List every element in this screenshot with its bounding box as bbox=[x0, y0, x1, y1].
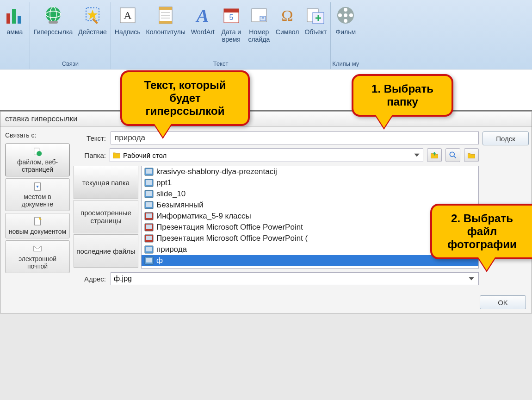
ppt-file-icon bbox=[144, 234, 154, 243]
svg-point-32 bbox=[338, 13, 342, 17]
svg-line-41 bbox=[454, 156, 456, 158]
link-place-button[interactable]: местом в документе bbox=[5, 178, 70, 211]
folder-up-button[interactable] bbox=[427, 148, 442, 162]
callout-choose-file: 2. Выбрать файл фотографии bbox=[430, 204, 532, 259]
image-file-icon bbox=[144, 256, 154, 265]
chevron-down-icon bbox=[467, 275, 476, 283]
ribbon-action-button[interactable]: Действие bbox=[75, 2, 110, 58]
link-email-button[interactable]: электронной почтой bbox=[5, 240, 70, 273]
text-label: Текст: bbox=[74, 134, 106, 142]
folder-icon bbox=[112, 150, 121, 160]
svg-rect-53 bbox=[146, 225, 152, 229]
datetime-icon: 5 bbox=[220, 4, 242, 26]
link-file-web-button[interactable]: файлом, веб-страницей bbox=[5, 144, 70, 176]
svg-rect-0 bbox=[6, 13, 10, 24]
browse-web-button[interactable] bbox=[445, 148, 460, 162]
svg-rect-2 bbox=[18, 16, 21, 24]
ribbon: амма Гиперссылка Действие Связи A Надпис… bbox=[0, 0, 532, 69]
globe-icon bbox=[42, 4, 64, 26]
screentip-button[interactable]: Подск bbox=[483, 131, 529, 145]
ribbon-symbol-button[interactable]: Ω Символ bbox=[273, 2, 302, 58]
object-icon bbox=[304, 4, 327, 26]
svg-point-31 bbox=[344, 19, 347, 23]
folder-combo[interactable]: Рабочий стол bbox=[110, 148, 423, 162]
textbox-icon: A bbox=[117, 4, 139, 26]
svg-rect-57 bbox=[146, 247, 152, 251]
file-item[interactable]: природа bbox=[142, 244, 478, 255]
ribbon-group-links: Гиперссылка Действие Связи bbox=[30, 2, 111, 69]
file-item[interactable]: ppt1 bbox=[142, 177, 478, 188]
file-item[interactable]: Презентация Microsoft Office PowerPoint bbox=[142, 222, 478, 233]
file-item[interactable]: ф bbox=[142, 255, 478, 266]
tab-recent-files[interactable]: последние файлы bbox=[74, 234, 138, 268]
image-file-icon bbox=[144, 245, 154, 254]
ppt-file-icon bbox=[144, 223, 154, 231]
star-cursor-icon bbox=[81, 4, 104, 26]
svg-point-3 bbox=[46, 7, 61, 22]
omega-icon: Ω bbox=[276, 4, 298, 26]
open-folder-icon bbox=[467, 150, 476, 160]
file-item[interactable]: Безымянный bbox=[142, 200, 478, 211]
svg-rect-59 bbox=[146, 258, 152, 262]
ribbon-wordart-button[interactable]: A WordArt bbox=[188, 2, 217, 58]
wordart-icon: A bbox=[192, 4, 214, 26]
file-item[interactable]: Презентация Microsoft Office PowerPoint … bbox=[142, 233, 478, 244]
ribbon-movie-button[interactable]: Фильм bbox=[332, 2, 359, 58]
dialog-title: ставка гиперссылки bbox=[0, 112, 532, 127]
svg-rect-55 bbox=[146, 236, 152, 240]
file-item[interactable]: slide_10 bbox=[142, 188, 478, 200]
ribbon-hyperlink-button[interactable]: Гиперссылка bbox=[31, 2, 75, 58]
slidenumber-icon: # bbox=[248, 4, 270, 26]
callout-hyperlink-text: Текст, который будет гиперссылкой bbox=[120, 70, 250, 126]
image-file-icon bbox=[144, 190, 154, 198]
link-to-label: Связать с: bbox=[5, 131, 70, 139]
tab-current-folder[interactable]: текущая папка bbox=[74, 166, 138, 199]
ribbon-object-button[interactable]: Объект bbox=[302, 2, 329, 58]
svg-text:A: A bbox=[195, 5, 209, 26]
image-file-icon bbox=[144, 179, 154, 187]
browse-file-button[interactable] bbox=[464, 148, 479, 162]
ribbon-group-clips: Фильм Клипы му bbox=[331, 2, 360, 69]
tab-browsed-pages[interactable]: просмотренные страницы bbox=[74, 200, 138, 233]
svg-rect-12 bbox=[159, 7, 172, 10]
svg-rect-6 bbox=[49, 21, 58, 24]
ribbon-datetime-button[interactable]: 5 Дата и время bbox=[217, 2, 245, 58]
svg-text:5: 5 bbox=[229, 13, 233, 21]
file-web-icon bbox=[32, 147, 43, 157]
svg-point-29 bbox=[344, 8, 347, 12]
file-item[interactable]: Информатика_5-9 классы bbox=[142, 211, 478, 222]
ribbon-chart-button[interactable]: амма bbox=[1, 2, 29, 65]
search-icon bbox=[448, 150, 458, 160]
svg-rect-49 bbox=[146, 202, 152, 207]
ribbon-group-text: A Надпись Колонтитулы A WordArt 5 Дата и… bbox=[111, 2, 331, 69]
ribbon-slidenumber-button[interactable]: # Номер слайда bbox=[245, 2, 273, 58]
email-icon bbox=[32, 244, 43, 254]
chart-icon bbox=[4, 4, 26, 26]
svg-rect-1 bbox=[12, 9, 16, 24]
svg-marker-8 bbox=[87, 10, 98, 19]
address-combo[interactable]: ф.jpg bbox=[111, 272, 479, 285]
image-file-icon bbox=[144, 168, 154, 176]
browse-tabs: текущая папка просмотренные страницы пос… bbox=[74, 166, 138, 269]
svg-rect-43 bbox=[146, 169, 152, 174]
svg-rect-13 bbox=[159, 21, 172, 24]
dialog-main-column: Текст: Папка: Рабочий стол текущая папка… bbox=[74, 131, 479, 285]
file-item[interactable]: krasivye-shablony-dlya-prezentacij bbox=[142, 166, 478, 177]
svg-text:Ω: Ω bbox=[281, 7, 293, 24]
link-new-doc-button[interactable]: новым документом bbox=[5, 213, 70, 238]
svg-text:A: A bbox=[124, 9, 132, 21]
address-label: Адрес: bbox=[74, 275, 106, 283]
ribbon-headerfooter-button[interactable]: Колонтитулы bbox=[143, 2, 188, 58]
svg-text:#: # bbox=[261, 16, 264, 21]
ribbon-textbox-button[interactable]: A Надпись bbox=[112, 2, 143, 58]
svg-rect-51 bbox=[146, 213, 152, 218]
folder-label: Папка: bbox=[74, 151, 106, 159]
headerfooter-icon bbox=[155, 4, 177, 26]
chevron-down-icon bbox=[413, 151, 421, 159]
film-reel-icon bbox=[334, 4, 357, 26]
link-to-column: Связать с: файлом, веб-страницей местом … bbox=[5, 131, 70, 285]
file-list[interactable]: krasivye-shablony-dlya-prezentacijppt1sl… bbox=[141, 166, 479, 269]
ppt-file-icon bbox=[144, 212, 154, 220]
folder-up-icon bbox=[430, 150, 439, 160]
ok-button[interactable]: OK bbox=[480, 295, 526, 309]
